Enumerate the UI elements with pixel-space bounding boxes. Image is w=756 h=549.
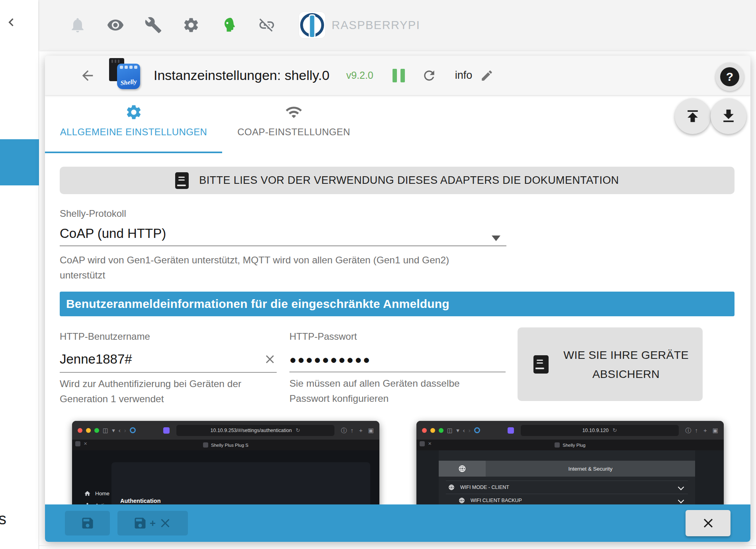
tab-favicon xyxy=(203,442,208,448)
sidebar-toggle-icon: ◫ xyxy=(103,427,108,433)
question-mark-icon: ? xyxy=(720,67,739,86)
password-help-text: Sie müssen auf allen Geräten dasselbe Pa… xyxy=(289,376,477,406)
book-icon xyxy=(533,355,549,374)
http-password-field: HTTP-Passwort ●●●●●●●●●● Sie müssen auf … xyxy=(289,331,506,406)
reload-icon: ↻ xyxy=(613,428,617,433)
mac-minimize-dot xyxy=(86,428,91,433)
documentation-banner-text: BITTE LIES VOR DER VERWENDUNG DIESES ADA… xyxy=(199,174,619,187)
tab-general-settings[interactable]: ALLGEMEINE EINSTELLUNGEN xyxy=(45,95,222,153)
info-icon: ⓘ xyxy=(341,427,347,433)
caret-icon: ▾ xyxy=(456,427,459,433)
tab-favicon xyxy=(555,442,560,448)
username-underline xyxy=(60,372,277,373)
upload-icon xyxy=(684,107,701,125)
http-username-field: HTTP-Benutzername Jenne1887# Wird zur Au… xyxy=(60,331,277,407)
extension-icon xyxy=(508,427,514,434)
globe-icon xyxy=(448,484,455,491)
url-text: 10.10.9.253/#/settings/authentication xyxy=(211,428,292,433)
forward-icon: › xyxy=(469,427,471,433)
dialog-header: Shelly Instanzeinstellungen: shelly.0 v9… xyxy=(45,56,750,95)
save-and-close-button[interactable]: + xyxy=(117,511,188,535)
tab-label: COAP-EINSTELLUNGEN xyxy=(237,127,350,138)
dialog-action-bar: + xyxy=(45,504,750,542)
sidebar-toggle-icon: ◫ xyxy=(447,427,453,433)
page-divider xyxy=(39,545,756,546)
username-help-text: Wird zur Authentifizierung bei Geräten d… xyxy=(60,376,267,407)
edit-pencil-icon[interactable] xyxy=(480,69,494,82)
sidebar-active-indicator[interactable] xyxy=(0,139,39,185)
share-icon: ↑ xyxy=(695,427,698,433)
events-eye-icon[interactable] xyxy=(107,16,124,34)
address-bar: 10.10.9.253/#/settings/authentication ↻ xyxy=(176,425,334,436)
password-input[interactable]: ●●●●●●●●●● xyxy=(289,352,506,366)
notifications-icon[interactable] xyxy=(69,16,86,34)
protocol-label: Shelly-Protokoll xyxy=(60,208,126,219)
chevron-down-icon xyxy=(678,497,684,504)
dialog-title: Instanzeinstellungen: shelly.0 xyxy=(154,68,330,83)
page: s RASPBERRYPI xyxy=(0,0,756,549)
pause-instance-icon[interactable] xyxy=(393,69,405,82)
log-level-label[interactable]: info xyxy=(455,69,473,82)
mac-close-dot xyxy=(78,428,82,433)
new-tab-icon: + xyxy=(359,427,363,433)
host-name: RASPBERRYPI xyxy=(332,19,420,32)
plus-glyph: + xyxy=(150,517,156,530)
address-bar: 10.10.9.120 ↻ xyxy=(521,425,679,436)
url-text: 10.10.9.120 xyxy=(582,428,609,433)
section-title: Internet & Security xyxy=(486,461,695,477)
password-label: HTTP-Passwort xyxy=(289,331,506,342)
favicon-circle xyxy=(130,427,136,433)
import-settings-button[interactable] xyxy=(675,98,711,134)
username-label: HTTP-Benutzername xyxy=(60,331,277,342)
dropdown-arrow-icon[interactable] xyxy=(492,236,500,241)
tab-label: ALLGEMEINE EINSTELLUNGEN xyxy=(60,127,207,138)
restart-instance-icon[interactable] xyxy=(422,68,437,83)
adapter-version: v9.2.0 xyxy=(346,70,373,81)
save-icon xyxy=(133,516,147,530)
extension-icon xyxy=(163,427,170,434)
mac-minimize-dot xyxy=(430,428,435,433)
maintenance-wrench-icon[interactable] xyxy=(145,16,162,34)
active-tab-indicator xyxy=(45,152,222,153)
caret-icon: ▾ xyxy=(112,427,115,433)
reload-icon: ↻ xyxy=(296,428,300,433)
help-button[interactable]: ? xyxy=(715,62,744,91)
protocol-help-text: CoAP wird von Gen1-Geräten unterstützt, … xyxy=(60,253,482,283)
tabs-overview-icon: ▣ xyxy=(368,427,374,433)
globe-icon xyxy=(439,461,486,477)
panel-title: Authentication xyxy=(120,498,362,504)
browser-toolbar: ◫ ▾ ‹ › 10.10.9.253/#/settings/authentic… xyxy=(72,421,379,440)
back-icon: ‹ xyxy=(119,427,121,433)
expert-mode-icon[interactable] xyxy=(220,16,238,34)
close-dialog-button[interactable] xyxy=(686,510,731,536)
browser-toolbar: ◫ ▾ ‹ › 10.10.9.120 ↻ ⓘ ↑ + ▣ xyxy=(416,421,724,440)
left-sidebar: s xyxy=(0,0,39,549)
collapse-sidebar-icon[interactable] xyxy=(3,14,19,30)
gear-icon xyxy=(125,103,143,121)
save-button[interactable] xyxy=(65,511,110,535)
mac-close-dot xyxy=(422,428,427,433)
close-icon xyxy=(158,516,172,530)
mac-zoom-dot xyxy=(94,428,99,433)
credentials-section-header: Benutzeranmeldeinformationen für die ein… xyxy=(60,292,735,316)
row-wifi-mode-client: WIFI MODE - CLIENT xyxy=(446,481,688,494)
mac-zoom-dot xyxy=(439,428,443,433)
close-icon xyxy=(701,516,716,531)
host-disconnected-icon[interactable] xyxy=(258,16,275,34)
protocol-select[interactable]: CoAP (und HTTP) xyxy=(60,226,166,241)
save-icon xyxy=(80,516,95,530)
tab-coap-settings[interactable]: COAP-EINSTELLUNGEN xyxy=(222,95,365,153)
password-underline xyxy=(289,372,506,372)
username-input[interactable]: Jenne1887# xyxy=(60,352,277,367)
new-tab-icon: + xyxy=(703,427,707,433)
export-settings-button[interactable] xyxy=(711,98,746,134)
secure-devices-button[interactable]: WIE SIE IHRE GERÄTE ABSICHERN xyxy=(518,327,703,401)
clear-username-icon[interactable] xyxy=(263,352,277,366)
back-arrow-icon[interactable] xyxy=(80,68,96,84)
section-header: Internet & Security xyxy=(439,461,695,477)
documentation-banner[interactable]: BITTE LIES VOR DER VERWENDUNG DIESES ADA… xyxy=(60,167,735,194)
tabs-overview-icon: ▣ xyxy=(713,427,718,433)
adapter-icon: Shelly xyxy=(107,57,143,94)
settings-gear-icon[interactable] xyxy=(182,16,200,34)
chevron-down-icon xyxy=(678,484,684,491)
